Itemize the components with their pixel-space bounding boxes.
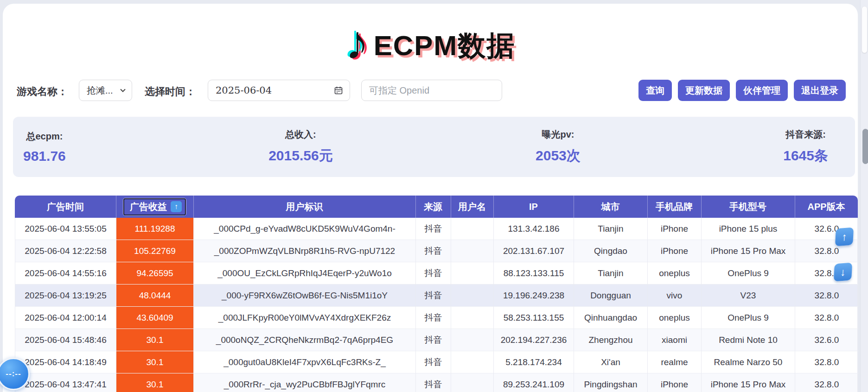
stats-bar: 总ecpm: 981.76 总收入: 2015.56元 曝光pv: 2053次 … <box>13 117 855 177</box>
sort-button[interactable]: 广告收益 ↑ <box>123 198 186 215</box>
cell-revenue: 30.1 <box>116 351 194 373</box>
table-row[interactable]: 2025-06-04 14:55:1694.26595_000OU_EzCkLG… <box>15 262 858 285</box>
cell-version: 32.8.0 <box>795 373 858 392</box>
cell-username <box>451 285 494 307</box>
page-title: ECPM数据 <box>374 21 515 65</box>
col-ad-time[interactable]: 广告时间 <box>15 196 116 218</box>
table-row[interactable]: 2025-06-04 12:00:1443.60409_000JLFKpyR00… <box>15 307 858 329</box>
cell-source: 抖音 <box>416 329 451 351</box>
cell-model: V23 <box>702 285 795 307</box>
cell-ip: 5.218.174.234 <box>494 351 574 373</box>
cell-ip: 202.131.67.107 <box>494 240 574 262</box>
cell-time: 2025-06-04 14:55:16 <box>15 262 116 285</box>
cell-ip: 19.196.249.238 <box>494 285 574 307</box>
stat-value: 1645条 <box>783 146 828 165</box>
cell-ip: 89.253.241.109 <box>494 373 574 392</box>
cell-model: iPhone 15 Pro Max <box>702 373 795 392</box>
app-header: ♪ ECPM数据 <box>3 16 858 70</box>
calendar-icon[interactable] <box>334 86 343 95</box>
cell-time: 2025-06-04 14:18:49 <box>15 351 116 373</box>
openid-input[interactable]: 可指定 Openid <box>361 80 502 101</box>
sort-asc-icon[interactable]: ↑ <box>171 201 182 212</box>
scrollbar-thumb[interactable] <box>862 6 867 53</box>
cell-revenue: 94.26595 <box>116 262 194 285</box>
cell-model: OnePlus 9 <box>702 262 795 285</box>
col-city[interactable]: 城市 <box>574 196 647 218</box>
cell-model: iPhone 15 plus <box>702 218 795 240</box>
cell-brand: iPhone <box>648 373 702 392</box>
page: ♪ ECPM数据 游戏名称： 抢滩... 选择时间： 2025-06-04 可指… <box>0 0 868 392</box>
col-ip[interactable]: IP <box>493 196 574 218</box>
col-ad-revenue: 广告收益 ↑ <box>116 196 193 218</box>
col-source[interactable]: 来源 <box>415 196 451 218</box>
cell-version: 32.8.0 <box>795 307 858 329</box>
cell-revenue: 43.60409 <box>116 307 194 329</box>
cell-username <box>451 307 494 329</box>
time-label: 选择时间： <box>145 85 196 99</box>
cell-source: 抖音 <box>416 307 451 329</box>
cell-time: 2025-06-04 12:22:58 <box>15 240 116 262</box>
game-name-label: 游戏名称： <box>17 85 68 99</box>
cell-ip: 202.194.227.236 <box>494 329 574 351</box>
col-app-version[interactable]: APP版本 <box>795 196 858 218</box>
scrollbar-track[interactable] <box>860 0 868 392</box>
cell-brand: iPhone <box>648 218 702 240</box>
partner-manage-button[interactable]: 伙伴管理 <box>736 80 788 101</box>
cell-time: 2025-06-04 15:48:46 <box>15 329 116 351</box>
table-row[interactable]: 2025-06-04 13:47:4130.1_000RrRr-_cja_wy2… <box>15 373 858 392</box>
col-phone-model[interactable]: 手机型号 <box>701 196 795 218</box>
cell-city: Qingdao <box>574 240 648 262</box>
update-data-button[interactable]: 更新数据 <box>678 80 730 101</box>
cell-revenue: 30.1 <box>116 329 194 351</box>
cell-username <box>451 240 494 262</box>
cell-openid: _000RrRr-_cja_wy2PuCBbfFBJglYFqmrc <box>194 373 416 392</box>
cell-brand: vivo <box>648 285 702 307</box>
stat-value: 981.76 <box>23 148 66 164</box>
cell-username <box>451 373 494 392</box>
scroll-to-top-button[interactable]: ↑ <box>835 228 854 247</box>
cell-brand: oneplus <box>648 262 702 285</box>
stat-total-ecpm: 总ecpm: 981.76 <box>23 130 66 164</box>
table-row[interactable]: 2025-06-04 13:55:05111.19288_000CPd_g-eY… <box>15 218 858 240</box>
scroll-to-bottom-button[interactable]: ↓ <box>834 263 852 282</box>
date-input[interactable]: 2025-06-04 <box>208 80 350 101</box>
cell-source: 抖音 <box>416 373 451 392</box>
cell-source: 抖音 <box>416 262 451 285</box>
stat-label: 曝光pv: <box>536 128 581 141</box>
cell-ip: 88.123.133.115 <box>494 262 574 285</box>
query-button[interactable]: 查询 <box>638 80 672 101</box>
logout-button[interactable]: 退出登录 <box>794 80 846 101</box>
date-value: 2025-06-04 <box>216 85 272 96</box>
col-user-id[interactable]: 用户标识 <box>193 196 415 218</box>
scrollbar-widget[interactable] <box>862 129 868 164</box>
cell-version: 32.6.0 <box>795 329 858 351</box>
table-row[interactable]: 2025-06-04 14:18:4930.1_000gut0aU8KleI4F… <box>15 351 858 373</box>
cell-model: Realme Narzo 50 <box>702 351 795 373</box>
cell-openid: _000gut0aU8KleI4F7xpvX6LqFc3RKs-Z_ <box>194 351 416 373</box>
table-row[interactable]: 2025-06-04 15:48:4630.1_000oNQZ_2CRQheNk… <box>15 329 858 351</box>
col-phone-brand[interactable]: 手机品牌 <box>647 196 701 218</box>
cell-source: 抖音 <box>416 285 451 307</box>
cell-time: 2025-06-04 13:55:05 <box>15 218 116 240</box>
stat-value: 2053次 <box>536 146 581 165</box>
openid-placeholder: 可指定 Openid <box>369 84 429 97</box>
cell-username <box>451 351 494 373</box>
col-username[interactable]: 用户名 <box>451 196 493 218</box>
data-table: 广告时间 广告收益 ↑ 用户标识 来源 用户名 IP 城市 手机品牌 手机型号 … <box>15 196 858 392</box>
tiktok-note-icon: ♪ <box>345 19 369 66</box>
game-select-value: 抢滩... <box>87 84 113 97</box>
table-row[interactable]: 2025-06-04 13:19:2548.0444_000-yF9RX6wZ6… <box>15 285 858 307</box>
stat-douyin-source: 抖音来源: 1645条 <box>783 128 828 165</box>
cell-source: 抖音 <box>416 218 451 240</box>
table-row[interactable]: 2025-06-04 12:22:58105.22769_000ZOPmWZqV… <box>15 240 858 262</box>
cell-ip: 131.3.42.186 <box>494 218 574 240</box>
cell-time: 2025-06-04 13:19:25 <box>15 285 116 307</box>
cell-version: 32.8.0 <box>795 285 858 307</box>
cell-source: 抖音 <box>416 240 451 262</box>
cell-source: 抖音 <box>416 351 451 373</box>
cell-openid: _000CPd_g-eYvadW8cUKD5K9WuV4Gom4n- <box>194 218 416 240</box>
cell-revenue: 111.19288 <box>116 218 194 240</box>
game-select[interactable]: 抢滩... <box>79 80 132 101</box>
table-header: 广告时间 广告收益 ↑ 用户标识 来源 用户名 IP 城市 手机品牌 手机型号 … <box>15 196 858 218</box>
cell-brand: iPhone <box>648 240 702 262</box>
